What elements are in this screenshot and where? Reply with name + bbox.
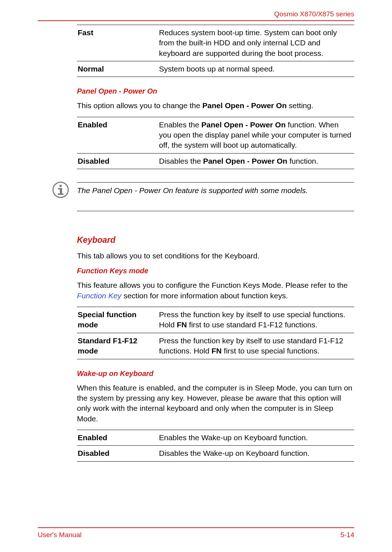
function-key-link[interactable]: Function Key: [77, 291, 122, 300]
text: function.: [287, 157, 318, 165]
svg-point-1: [60, 185, 62, 187]
desc-normal: System boots up at normal speed.: [158, 61, 354, 77]
table-row: Disabled Disables the Panel Open - Power…: [77, 153, 354, 169]
fnkeys-table: Special function mode Press the function…: [77, 307, 354, 359]
desc-special-mode: Press the function key by itself to use …: [158, 307, 354, 333]
desc-disabled: Disables the Panel Open - Power On funct…: [158, 153, 354, 169]
boot-speed-table: Fast Reduces system boot-up time. System…: [77, 25, 354, 77]
table-row: Enabled Enables the Wake-up on Keyboard …: [77, 430, 354, 445]
table-row: Standard F1-F12 mode Press the function …: [77, 333, 354, 359]
term-special-mode: Special function mode: [77, 307, 158, 333]
text: Enables the: [159, 120, 201, 129]
text: section for more information about funct…: [122, 291, 288, 300]
panel-open-intro: This option allows you to change the Pan…: [77, 101, 354, 111]
footer-left: User's Manual: [38, 531, 82, 539]
text: This feature allows you to configure the…: [77, 281, 348, 289]
info-icon: [52, 181, 69, 198]
footer-right: 5-14: [340, 531, 354, 539]
wakekbd-heading: Wake-up on Keyboard: [77, 369, 354, 378]
note-text: The Panel Open - Power On feature is sup…: [77, 182, 354, 211]
table-row: Enabled Enables the Panel Open - Power O…: [77, 117, 354, 153]
table-row: Disabled Disables the Wake-up on Keyboar…: [77, 446, 354, 461]
text-bold: FN: [212, 347, 222, 355]
text: This option allows you to change the: [77, 101, 203, 110]
text: setting.: [287, 101, 314, 110]
wakekbd-intro: When this feature is enabled, and the co…: [77, 383, 354, 424]
term-disabled: Disabled: [77, 153, 158, 169]
header-rule: [38, 20, 354, 21]
term-normal: Normal: [77, 61, 158, 77]
panel-open-note: The Panel Open - Power On feature is sup…: [77, 179, 354, 213]
fnkeys-heading: Function Keys mode: [77, 267, 354, 275]
panel-open-heading: Panel Open - Power On: [77, 87, 354, 95]
text-bold: Panel Open - Power On: [203, 157, 287, 165]
term-standard-mode: Standard F1-F12 mode: [77, 333, 158, 359]
term-wake-enabled: Enabled: [77, 430, 158, 445]
term-wake-disabled: Disabled: [77, 446, 158, 461]
fnkeys-intro: This feature allows you to configure the…: [77, 280, 354, 301]
page-header: Qosmio X870/X875 series: [38, 10, 354, 18]
wakekbd-table: Enabled Enables the Wake-up on Keyboard …: [77, 430, 354, 462]
svg-rect-4: [58, 193, 64, 195]
text: first to use standard F1-F12 functions.: [187, 320, 318, 329]
svg-rect-3: [60, 188, 62, 194]
keyboard-intro: This tab allows you to set conditions fo…: [77, 251, 354, 261]
table-row: Normal System boots up at normal speed.: [77, 61, 354, 77]
text: Disables the: [159, 157, 203, 165]
text: first to use special functions.: [222, 347, 320, 355]
desc-enabled: Enables the Panel Open - Power On functi…: [158, 117, 354, 153]
text-bold: FN: [177, 320, 187, 329]
table-row: Fast Reduces system boot-up time. System…: [77, 25, 354, 61]
desc-wake-enabled: Enables the Wake-up on Keyboard function…: [158, 430, 354, 445]
panel-open-table: Enabled Enables the Panel Open - Power O…: [77, 117, 354, 169]
term-fast: Fast: [77, 25, 158, 61]
desc-standard-mode: Press the function key by itself to use …: [158, 333, 354, 359]
text-bold: Panel Open - Power On: [201, 120, 286, 129]
desc-fast: Reduces system boot-up time. System can …: [158, 25, 354, 61]
text-bold: Panel Open - Power On: [203, 101, 287, 110]
table-row: Special function mode Press the function…: [77, 307, 354, 333]
page-footer: User's Manual 5-14: [38, 527, 354, 539]
term-enabled: Enabled: [77, 117, 158, 153]
keyboard-heading: Keyboard: [77, 235, 354, 245]
desc-wake-disabled: Disables the Wake-up on Keyboard functio…: [158, 446, 354, 461]
